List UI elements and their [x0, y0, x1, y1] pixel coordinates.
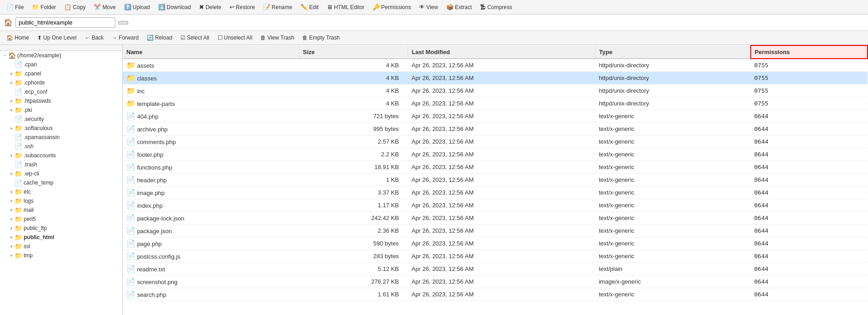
toolbar-compress-button[interactable]: 🗜Compress [476, 2, 516, 12]
tree-toggle-11[interactable]: + [8, 153, 15, 158]
toolbar-rename-button[interactable]: 📝Rename [259, 2, 296, 12]
tree-item-14[interactable]: 📄 cache_temp [0, 178, 122, 187]
toolbar-delete-button[interactable]: ✖Delete [195, 2, 225, 12]
toolbar-copy-button[interactable]: 📋Copy [60, 2, 89, 12]
tree-item-19[interactable]: + 📁 public_ftp [0, 224, 122, 233]
tree-item-4[interactable]: 📄 .ecp_conf [0, 87, 122, 96]
tree-toggle-2[interactable]: + [8, 71, 15, 76]
tree-item-15[interactable]: + 📁 etc [0, 187, 122, 196]
address-input[interactable] [15, 17, 115, 28]
tree-label-1: .cpan [24, 61, 37, 68]
tree-item-9[interactable]: 📄 .spamassassin [0, 133, 122, 142]
table-row[interactable]: 📄 404.php 721 bytes Apr 26, 2023, 12:56 … [123, 110, 868, 123]
nav-back-button[interactable]: ←Back [81, 33, 107, 43]
file-name-17: screenshot.png [137, 279, 178, 285]
toolbar-folder-button[interactable]: 📁Folder [28, 2, 60, 12]
tree-item-18[interactable]: + 📁 perl5 [0, 215, 122, 224]
table-row[interactable]: 📄 footer.php 2.2 KB Apr 26, 2023, 12:56 … [123, 148, 868, 161]
collapse-all-button[interactable] [0, 45, 122, 51]
col-header-last-modified[interactable]: Last Modified [408, 45, 595, 59]
tree-item-0[interactable]: − 🏠 (/home2/example) [0, 51, 122, 60]
tree-toggle-0[interactable]: − [2, 53, 8, 58]
tree-toggle-13[interactable]: + [8, 171, 15, 176]
table-row[interactable]: 📄 archive.php 995 bytes Apr 26, 2023, 12… [123, 123, 868, 135]
tree-toggle-19[interactable]: + [8, 226, 15, 231]
tree-item-2[interactable]: + 📁 .cpanel [0, 69, 122, 78]
table-row[interactable]: 📄 comments.php 2.57 KB Apr 26, 2023, 12:… [123, 135, 868, 148]
tree-toggle-21[interactable]: + [8, 244, 15, 249]
toolbar-upload-button[interactable]: ⬆️Upload [120, 2, 154, 12]
table-row[interactable]: 📄 functions.php 18.91 KB Apr 26, 2023, 1… [123, 161, 868, 174]
tree-item-5[interactable]: + 📁 .htpasswds [0, 96, 122, 105]
nav-home-button[interactable]: 🏠Home [3, 33, 33, 43]
cell-perms-0: 0755 [751, 59, 868, 72]
tree-toggle-17[interactable]: + [8, 208, 15, 213]
table-row[interactable]: 📁 classes 4 KB Apr 26, 2023, 12:56 AM ht… [123, 72, 868, 85]
tree-item-16[interactable]: + 📁 logs [0, 196, 122, 205]
tree-item-3[interactable]: + 📁 .cphorde [0, 78, 122, 87]
tree-toggle-5[interactable]: + [8, 99, 15, 104]
tree-toggle-20[interactable]: + [8, 235, 15, 240]
tree-toggle-22[interactable]: + [8, 253, 15, 258]
nav-selectall-button[interactable]: ☑Select All [177, 33, 213, 43]
toolbar-download-button[interactable]: ⬇️Download [155, 2, 195, 12]
toolbar-file-button[interactable]: 📄File [3, 2, 27, 12]
tree-item-10[interactable]: 📄 .ssh [0, 142, 122, 151]
table-row[interactable]: 📁 inc 4 KB Apr 26, 2023, 12:56 AM httpd/… [123, 85, 868, 97]
tree-item-21[interactable]: + 📁 ssl [0, 242, 122, 251]
col-header-type[interactable]: Type [595, 45, 751, 59]
tree-toggle-18[interactable]: + [8, 217, 15, 222]
toolbar-extract-button[interactable]: 📦Extract [443, 2, 475, 12]
tree-toggle-3[interactable]: + [8, 80, 15, 85]
nav-forward-button[interactable]: →Forward [108, 33, 142, 43]
table-row[interactable]: 📄 package.json 2.36 KB Apr 26, 2023, 12:… [123, 225, 868, 237]
tree-item-1[interactable]: 📄 .cpan [0, 60, 122, 69]
col-header-permissions[interactable]: Permissions [751, 45, 868, 59]
table-row[interactable]: 📄 package-lock.json 242.42 KB Apr 26, 20… [123, 212, 868, 225]
table-row[interactable]: 📄 screenshot.png 276.27 KB Apr 26, 2023,… [123, 275, 868, 288]
table-row[interactable]: 📄 header.php 1 KB Apr 26, 2023, 12:56 AM… [123, 174, 868, 186]
table-row[interactable]: 📁 template-parts 4 KB Apr 26, 2023, 12:5… [123, 97, 868, 110]
file-icon-2: 📁 [126, 87, 135, 95]
tree-item-22[interactable]: + 📁 tmp [0, 251, 122, 260]
nav-unselectall-button[interactable]: ☐Unselect All [214, 33, 256, 43]
nav-up-button[interactable]: ⬆Up One Level [34, 33, 80, 43]
tree-toggle-15[interactable]: + [8, 190, 15, 195]
nav-emptytrash-button[interactable]: 🗑Empty Trash [299, 33, 343, 43]
tree-toggle-8[interactable]: + [8, 126, 15, 131]
tree-item-8[interactable]: + 📁 .softaculous [0, 124, 122, 133]
toolbar-restore-button[interactable]: ↩Restore [226, 2, 259, 12]
toolbar-edit-button[interactable]: ✏️Edit [297, 2, 322, 12]
tree-item-6[interactable]: + 📁 .pki [0, 105, 122, 115]
tree-item-7[interactable]: 📄 .security [0, 115, 122, 124]
tree-item-12[interactable]: 📄 .trash [0, 160, 122, 169]
tree-icon-2: 📁 [15, 70, 22, 77]
tree-item-17[interactable]: + 📁 mail [0, 205, 122, 215]
table-row[interactable]: 📄 postcss.config.js 283 bytes Apr 26, 20… [123, 250, 868, 263]
tree-icon-14: 📄 [15, 179, 22, 186]
tree-item-20[interactable]: + 📁 public_html [0, 233, 122, 242]
cell-size-13: 2.36 KB [299, 225, 408, 237]
go-button[interactable] [118, 21, 128, 25]
table-row[interactable]: 📁 assets 4 KB Apr 26, 2023, 12:56 AM htt… [123, 59, 868, 72]
tree-item-13[interactable]: + 📁 .wp-cli [0, 169, 122, 178]
table-row[interactable]: 📄 readme.txt 5.12 KB Apr 26, 2023, 12:56… [123, 263, 868, 275]
toolbar-view-button[interactable]: 👁View [415, 2, 442, 12]
table-row[interactable]: 📄 image.php 3.37 KB Apr 26, 2023, 12:56 … [123, 186, 868, 199]
toolbar-permissions-button[interactable]: 🔑Permissions [369, 2, 414, 12]
table-row[interactable]: 📄 search.php 1.61 KB Apr 26, 2023, 12:56… [123, 288, 868, 301]
tree-toggle-6[interactable]: + [8, 108, 15, 113]
tree-toggle-16[interactable]: + [8, 199, 15, 204]
toolbar-move-button[interactable]: ✂️Move [90, 2, 119, 12]
tree-item-11[interactable]: + 📁 .subaccounts [0, 151, 122, 160]
toolbar-htmleditor-button[interactable]: 🖥HTML Editor [323, 2, 368, 12]
nav-viewtrash-button[interactable]: 🗑View Trash [257, 33, 298, 43]
table-row[interactable]: 📄 page.php 590 bytes Apr 26, 2023, 12:56… [123, 237, 868, 250]
tree-label-15: etc [24, 189, 31, 195]
table-row[interactable]: 📄 index.php 1.17 KB Apr 26, 2023, 12:56 … [123, 199, 868, 212]
col-header-name[interactable]: Name [123, 45, 299, 59]
nav-reload-button[interactable]: 🔄Reload [143, 33, 176, 43]
cell-name-3: 📁 template-parts [123, 97, 299, 110]
tree-label-20: public_html [24, 234, 54, 240]
col-header-size[interactable]: Size [299, 45, 408, 59]
